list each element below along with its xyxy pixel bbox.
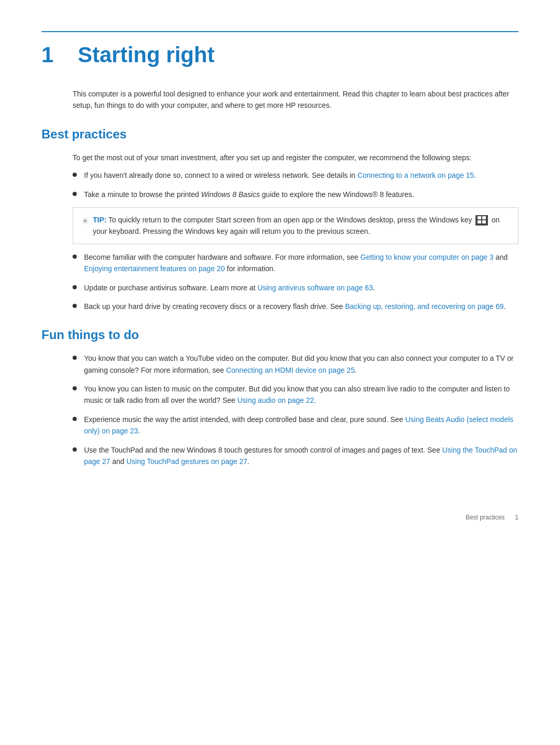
chapter-title-text: Starting right	[78, 43, 215, 67]
chapter-header: 1 Starting right	[41, 31, 519, 67]
tip-content: TIP: To quickly return to the computer S…	[93, 214, 510, 237]
tip-text: To quickly return to the computer Start …	[108, 216, 474, 224]
list-item: Become familiar with the computer hardwa…	[73, 251, 519, 275]
list-item: Back up your hard drive by creating reco…	[73, 301, 519, 312]
svg-rect-2	[478, 220, 481, 223]
svg-rect-1	[482, 216, 486, 219]
list-item-text: Use the TouchPad and the new Windows 8 t…	[84, 444, 519, 468]
list-item: You know you can listen to music on the …	[73, 383, 519, 406]
bullet-dot	[73, 304, 77, 308]
intro-paragraph: This computer is a powerful tool designe…	[73, 88, 519, 111]
chapter-title: 1 Starting right	[41, 43, 519, 67]
bullet-dot	[73, 356, 77, 360]
enjoying-entertainment-link[interactable]: Enjoying entertainment features on page …	[84, 264, 225, 273]
best-practices-heading: Best practices	[41, 127, 519, 144]
tip-sun-icon: ☀	[81, 215, 89, 228]
page-footer: Best practices 1	[41, 509, 519, 521]
svg-rect-0	[478, 216, 481, 219]
best-practices-list-1: If you haven't already done so, connect …	[73, 170, 519, 200]
list-item-text: Experience music the way the artist inte…	[84, 414, 519, 437]
hdmi-device-link[interactable]: Connecting an HDMI device on page 25	[226, 366, 355, 374]
bullet-dot	[73, 417, 77, 421]
fun-things-list: You know that you can watch a YouTube vi…	[73, 353, 519, 467]
bullet-dot	[73, 255, 77, 259]
fun-things-heading: Fun things to do	[41, 328, 519, 344]
list-item-text: Take a minute to browse the printed Wind…	[84, 189, 519, 200]
antivirus-link[interactable]: Using antivirus software on page 63	[258, 284, 373, 292]
best-practices-list-2: Become familiar with the computer hardwa…	[73, 251, 519, 313]
tip-box: ☀ TIP: To quickly return to the computer…	[73, 207, 519, 244]
bullet-dot	[73, 285, 77, 289]
touchpad-gestures-link[interactable]: Using TouchPad gestures on page 27	[127, 457, 247, 466]
beats-audio-link[interactable]: Using Beats Audio (select models only) o…	[84, 415, 513, 435]
list-item: If you haven't already done so, connect …	[73, 170, 519, 181]
tip-label: TIP:	[93, 216, 106, 224]
list-item: Update or purchase antivirus software. L…	[73, 282, 519, 293]
list-item-text: You know you can listen to music on the …	[84, 383, 519, 406]
svg-rect-3	[482, 220, 486, 223]
bullet-dot	[73, 386, 77, 390]
list-item: You know that you can watch a YouTube vi…	[73, 353, 519, 376]
italic-text: Windows 8 Basics	[201, 190, 260, 199]
bullet-dot	[73, 447, 77, 452]
footer-section-label: Best practices	[466, 514, 505, 521]
chapter-number: 1	[41, 43, 62, 67]
connecting-network-link[interactable]: Connecting to a network on page 15	[357, 171, 474, 179]
windows-key-icon	[475, 215, 488, 226]
using-audio-link[interactable]: Using audio on page 22	[237, 396, 314, 404]
bullet-dot	[73, 173, 77, 177]
bullet-dot	[73, 192, 77, 196]
fun-things-section: Fun things to do You know that you can w…	[41, 328, 519, 467]
list-item-text: Become familiar with the computer hardwa…	[84, 251, 519, 275]
best-practices-intro: To get the most out of your smart invest…	[73, 152, 519, 163]
list-item-text: Update or purchase antivirus software. L…	[84, 282, 519, 293]
backup-link[interactable]: Backing up, restoring, and recovering on…	[345, 302, 503, 311]
best-practices-section: Best practices To get the most out of yo…	[41, 127, 519, 313]
list-item: Experience music the way the artist inte…	[73, 414, 519, 437]
footer-page-number: 1	[515, 514, 519, 521]
list-item-text: If you haven't already done so, connect …	[84, 170, 519, 181]
list-item-text: You know that you can watch a YouTube vi…	[84, 353, 519, 376]
list-item-text: Back up your hard drive by creating reco…	[84, 301, 519, 312]
getting-to-know-link[interactable]: Getting to know your computer on page 3	[360, 253, 494, 261]
list-item: Take a minute to browse the printed Wind…	[73, 189, 519, 200]
list-item: Use the TouchPad and the new Windows 8 t…	[73, 444, 519, 468]
